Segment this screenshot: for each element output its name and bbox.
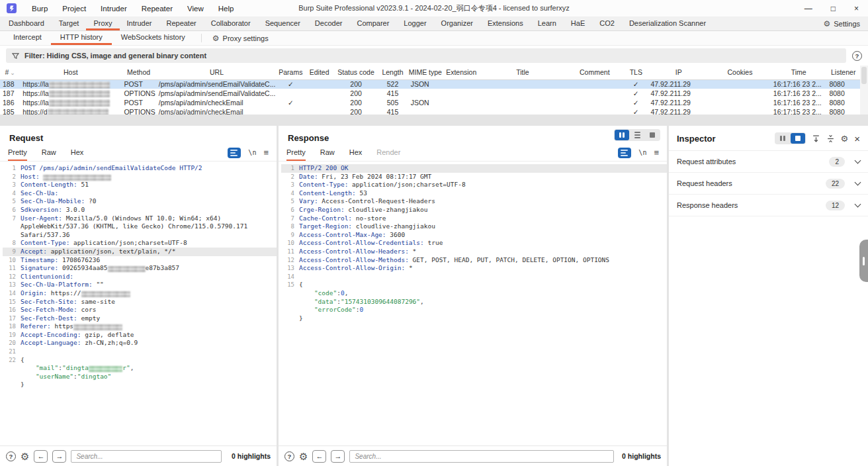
chevron-down-icon[interactable] <box>855 179 861 186</box>
tab-extensions[interactable]: Extensions <box>480 17 531 30</box>
request-editor[interactable]: 1POST /pms/api/admin/sendEmailValidateCo… <box>0 162 277 445</box>
settings-button[interactable]: ⚙ Settings <box>815 17 868 30</box>
history-row-187[interactable]: 187https://laOPTIONS/pms/api/admin/sendE… <box>0 89 860 98</box>
minimize-button[interactable]: — <box>804 4 812 13</box>
code-line[interactable]: 15{ "code":0, "data":"157431030964408729… <box>281 281 667 322</box>
tab-logger[interactable]: Logger <box>396 17 433 30</box>
inspector-section-response-headers[interactable]: Response headers12 <box>669 195 868 216</box>
code-line[interactable]: 6Crge-Region: cloudlive-zhangjiakou <box>281 206 667 214</box>
gear-icon[interactable]: ⚙ <box>841 134 849 143</box>
editor-menu-icon[interactable]: ≡ <box>263 148 269 158</box>
show-newlines-icon[interactable]: \n <box>638 149 646 156</box>
menu-burp[interactable]: Burp <box>24 5 55 13</box>
code-line[interactable]: 7Cache-Control: no-store <box>281 214 667 223</box>
column-header-listener[interactable]: Listener <box>826 66 860 79</box>
tab-dashboard[interactable]: Dashboard <box>1 17 52 30</box>
proxy-settings-button[interactable]: ⚙ Proxy settings <box>208 31 273 45</box>
tab-collaborator[interactable]: Collaborator <box>204 17 258 30</box>
code-line[interactable]: 11Signature: 09265934aa85e87b3a857 <box>3 264 277 273</box>
code-line[interactable]: 9Accept: application/json, text/plain, *… <box>3 248 277 256</box>
code-line[interactable]: 21 <box>3 348 277 356</box>
menu-view[interactable]: View <box>180 5 211 13</box>
code-line[interactable]: 14Origin: https:// <box>3 289 277 298</box>
columns-layout-button[interactable] <box>615 130 629 140</box>
history-row-188[interactable]: 188https://laPOST/pms/api/admin/sendEmai… <box>0 79 860 89</box>
subtab-intercept[interactable]: Intercept <box>4 31 51 45</box>
menu-project[interactable]: Project <box>55 5 93 13</box>
menu-intruder[interactable]: Intruder <box>93 5 134 13</box>
tab-raw[interactable]: Raw <box>320 144 335 161</box>
tab-hex[interactable]: Hex <box>349 144 363 161</box>
collapse-all-icon[interactable] <box>826 134 835 143</box>
filter-bar[interactable]: Filter: Hiding CSS, image and general bi… <box>6 48 846 63</box>
menu-help[interactable]: Help <box>211 5 241 13</box>
tab-comparer[interactable]: Comparer <box>349 17 396 30</box>
response-editor[interactable]: 1HTTP/2 200 OK2Date: Fri, 23 Feb 2024 08… <box>279 162 667 445</box>
prev-match-button[interactable]: ← <box>312 450 326 463</box>
code-line[interactable]: 2Date: Fri, 23 Feb 2024 08:17:17 GMT <box>281 173 667 181</box>
tab-organizer[interactable]: Organizer <box>434 17 480 30</box>
gear-icon[interactable]: ⚙ <box>21 451 29 461</box>
code-line[interactable]: 14 <box>281 273 667 281</box>
tab-pretty[interactable]: Pretty <box>286 144 306 161</box>
code-line[interactable]: 17Sec-Fetch-Dest: empty <box>3 314 277 323</box>
code-line[interactable]: 12Access-Control-Allow-Methods: GET, POS… <box>281 256 667 265</box>
column-header-mime-type[interactable]: MIME type <box>408 66 443 79</box>
tab-target[interactable]: Target <box>52 17 87 30</box>
code-line[interactable]: 11Access-Control-Allow-Headers: * <box>281 248 667 256</box>
column-header-number[interactable]: #⌄ <box>0 66 20 79</box>
history-row-186[interactable]: 186https://laPOST/pms/api/admin/checkEma… <box>0 98 860 107</box>
prev-match-button[interactable]: ← <box>34 450 48 463</box>
search-input[interactable] <box>349 450 614 463</box>
column-header-cookies[interactable]: Cookies <box>709 66 771 79</box>
chevron-down-icon[interactable] <box>855 201 861 208</box>
code-line[interactable]: 19Accept-Encoding: gzip, deflate <box>3 331 277 340</box>
screen-edge-handle[interactable] <box>859 240 868 282</box>
code-line[interactable]: 16Sec-Fetch-Mode: cors <box>3 306 277 314</box>
help-icon[interactable]: ? <box>852 51 862 61</box>
code-line[interactable]: 15Sec-Fetch-Site: same-site <box>3 298 277 306</box>
code-line[interactable]: 22{ "mail":"dingtar", "userName":"dingta… <box>3 356 277 389</box>
column-header-comment[interactable]: Comment <box>565 66 624 79</box>
tab-sequencer[interactable]: Sequencer <box>258 17 308 30</box>
menu-repeater[interactable]: Repeater <box>134 5 180 13</box>
column-header-tls[interactable]: TLS <box>624 66 648 79</box>
column-header-method[interactable]: Method <box>121 66 155 79</box>
expand-all-icon[interactable] <box>812 134 820 143</box>
code-line[interactable]: 2Host: <box>3 173 277 181</box>
code-line[interactable]: 3Content-Type: application/json;charset=… <box>281 181 667 189</box>
close-icon[interactable]: × <box>854 134 860 144</box>
tab-pretty[interactable]: Pretty <box>8 144 27 161</box>
history-row-185[interactable]: 185https://dOPTIONS/pms/api/admin/checkE… <box>0 107 860 115</box>
single-layout-button[interactable] <box>645 130 660 140</box>
close-button[interactable]: × <box>854 4 859 13</box>
column-header-params[interactable]: Params <box>277 66 304 79</box>
code-line[interactable]: 4Sec-Ch-Ua: <box>3 189 277 198</box>
code-line[interactable]: 5Vary: Access-Control-Request-Headers <box>281 197 667 206</box>
pretty-print-icon[interactable] <box>618 148 631 158</box>
column-header-status-code[interactable]: Status code <box>335 66 377 79</box>
tab-learn[interactable]: Learn <box>531 17 564 30</box>
column-header-time[interactable]: Time <box>771 66 827 79</box>
code-line[interactable]: 7User-Agent: Mozilla/5.0 (Windows NT 10.… <box>3 214 277 240</box>
column-header-length[interactable]: Length <box>377 66 408 79</box>
column-header-title[interactable]: Title <box>480 66 565 79</box>
tab-deserialization-scanner[interactable]: Deserialization Scanner <box>622 17 713 30</box>
columns-layout-button[interactable] <box>775 133 790 144</box>
code-line[interactable]: 13Sec-Ch-Ua-Platform: "" <box>3 281 277 289</box>
editor-menu-icon[interactable]: ≡ <box>654 148 659 158</box>
code-line[interactable]: 10Access-Control-Allow-Credentials: true <box>281 239 667 248</box>
code-line[interactable]: 6Sdkversion: 3.0.0 <box>3 206 277 214</box>
next-match-button[interactable]: → <box>331 450 345 463</box>
subtab-http-history[interactable]: HTTP history <box>51 31 112 45</box>
code-line[interactable]: 3Content-Length: 51 <box>3 181 277 189</box>
code-line[interactable]: 1POST /pms/api/admin/sendEmailValidateCo… <box>3 164 277 173</box>
pretty-print-icon[interactable] <box>228 148 241 158</box>
code-line[interactable]: 8Content-Type: application/json;charset=… <box>3 239 277 248</box>
show-newlines-icon[interactable]: \n <box>248 149 256 156</box>
code-line[interactable]: 12Clientunionid: <box>3 273 277 281</box>
tab-co2[interactable]: CO2 <box>592 17 622 30</box>
code-line[interactable]: 10Timestamp: 1708676236 <box>3 256 277 265</box>
tab-proxy[interactable]: Proxy <box>86 17 119 30</box>
help-icon[interactable]: ? <box>6 451 16 461</box>
